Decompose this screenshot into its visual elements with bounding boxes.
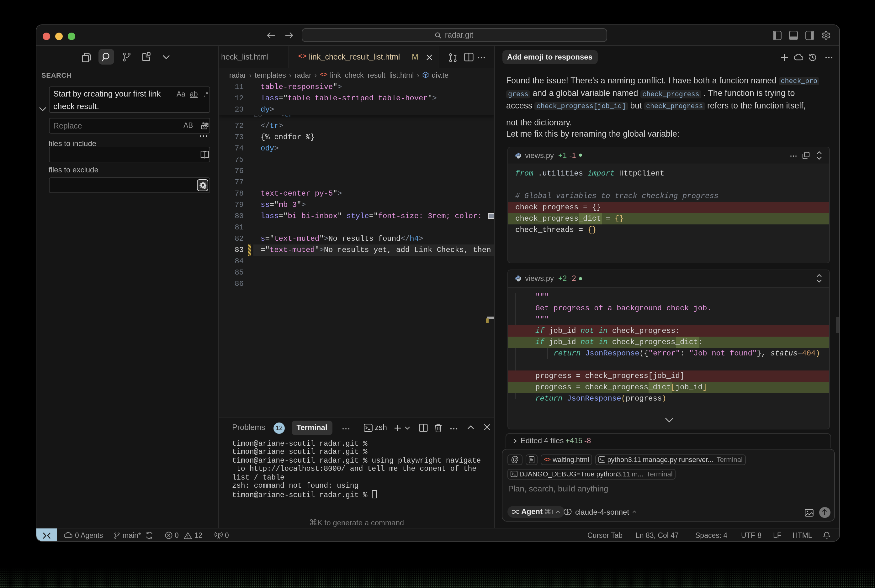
svg-text:ac: ac — [203, 125, 206, 129]
